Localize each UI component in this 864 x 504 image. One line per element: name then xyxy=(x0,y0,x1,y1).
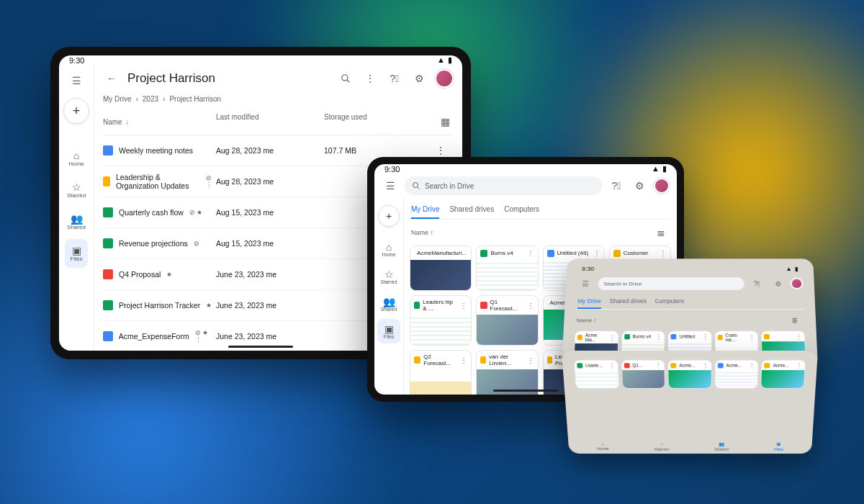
card-title: Custo me... xyxy=(725,333,746,342)
clock: 9:30 xyxy=(69,56,84,65)
rail-shared[interactable]: 👥Shared xyxy=(377,292,400,316)
tab-shared-drives[interactable]: Shared drives xyxy=(609,296,647,309)
card-more-icon[interactable]: ⋮ xyxy=(655,333,662,340)
file-card[interactable]: Q1 Forecast...⋮ xyxy=(476,295,538,346)
settings-icon[interactable]: ⚙ xyxy=(769,276,786,291)
card-more-icon[interactable]: ⋮ xyxy=(702,361,709,369)
rail-shared[interactable]: 👥Shared xyxy=(65,207,88,236)
settings-icon[interactable]: ⚙ xyxy=(410,70,428,87)
card-more-icon[interactable]: ⋮ xyxy=(460,302,467,310)
avatar[interactable] xyxy=(791,278,804,289)
nav-files[interactable]: ▣Files xyxy=(774,442,784,451)
nav-starred[interactable]: ☆Starred xyxy=(654,442,669,451)
breadcrumb[interactable]: My Drive› 2023› Project Harrison xyxy=(103,92,454,109)
slides-icon xyxy=(414,356,420,364)
help-icon[interactable]: ?⃝ xyxy=(608,177,625,194)
slides-icon xyxy=(480,356,486,364)
file-card[interactable]: Acme...⋮ xyxy=(714,360,759,389)
file-card[interactable]: AcmeManufacturi...⋮ xyxy=(410,246,472,291)
rail-home[interactable]: ⌂Home xyxy=(65,144,88,173)
tab-my-drive[interactable]: My Drive xyxy=(577,296,601,309)
menu-icon[interactable]: ☰ xyxy=(382,177,399,194)
rail-starred[interactable]: ☆Starred xyxy=(65,176,88,204)
card-title: Burns v4 xyxy=(633,334,651,339)
help-icon[interactable]: ?⃝ xyxy=(386,70,403,87)
rail-home[interactable]: ⌂Home xyxy=(377,237,400,261)
card-more-icon[interactable]: ⋮ xyxy=(608,334,616,341)
nav-shared[interactable]: 👥Shared xyxy=(714,442,729,451)
tab-my-drive[interactable]: My Drive xyxy=(411,202,439,219)
view-toggle-icon[interactable]: ▦ xyxy=(436,113,454,130)
col-name[interactable]: Name ↓ xyxy=(103,113,216,130)
avatar[interactable] xyxy=(654,178,670,194)
rail-files[interactable]: ▣Files xyxy=(65,239,88,268)
file-card[interactable]: Acme...⋮ xyxy=(667,360,711,389)
file-card[interactable]: van der Linden...⋮ xyxy=(476,350,538,395)
sheets-icon xyxy=(103,207,113,217)
help-icon[interactable]: ?⃝ xyxy=(749,276,766,291)
nav-home[interactable]: ⌂Home xyxy=(597,442,609,451)
new-button[interactable]: + xyxy=(63,98,89,124)
slides-icon xyxy=(764,334,770,339)
svg-line-3 xyxy=(418,187,420,189)
search-input[interactable]: Search in Drive xyxy=(598,277,744,290)
card-more-icon[interactable]: ⋮ xyxy=(608,361,615,369)
card-more-icon[interactable]: ⋮ xyxy=(527,249,534,257)
search-icon[interactable] xyxy=(337,70,354,87)
col-modified[interactable]: Last modified xyxy=(216,113,324,130)
card-more-icon[interactable]: ⋮ xyxy=(702,333,709,340)
rail-files[interactable]: ▣Files xyxy=(377,319,400,343)
card-more-icon[interactable]: ⋮ xyxy=(748,334,755,341)
avatar[interactable] xyxy=(435,69,454,88)
menu-icon[interactable]: ☰ xyxy=(65,69,88,92)
more-icon[interactable]: ⋮ xyxy=(361,70,379,87)
sort-label[interactable]: Name ↑ xyxy=(411,229,433,236)
card-more-icon[interactable]: ⋮ xyxy=(655,361,662,369)
people-icon: 👥 xyxy=(719,442,724,447)
file-name: Project Harrison Tracker xyxy=(119,301,200,310)
sort-arrow-icon: ↓ xyxy=(125,118,129,126)
file-card[interactable]: Leaders hip & ...⋮ xyxy=(410,295,472,346)
settings-icon[interactable]: ⚙ xyxy=(631,177,648,194)
card-title: Acme... xyxy=(679,363,695,367)
card-more-icon[interactable]: ⋮ xyxy=(469,249,472,257)
back-icon[interactable]: ← xyxy=(103,70,120,87)
modified-cell: June 23, 2023 me xyxy=(216,301,324,310)
file-card[interactable]: Acme...⋮ xyxy=(761,360,806,389)
card-more-icon[interactable]: ⋮ xyxy=(527,302,534,310)
file-card[interactable]: Burns v4⋮ xyxy=(476,246,538,291)
sheets-icon xyxy=(414,302,420,309)
sheets-icon xyxy=(624,334,630,339)
pdf-icon xyxy=(103,269,113,279)
file-name: Weekly meeting notes xyxy=(119,146,193,155)
modified-cell: June 23, 2023 me xyxy=(216,332,324,341)
home-indicator[interactable] xyxy=(228,346,293,348)
rail-starred[interactable]: ☆Starred xyxy=(377,264,400,289)
column-headers: Name ↓ Last modified Storage used ▦ xyxy=(103,109,454,135)
tab-computers[interactable]: Computers xyxy=(654,296,684,309)
search-input[interactable]: Search in Drive xyxy=(405,176,602,195)
card-more-icon[interactable]: ⋮ xyxy=(749,361,756,369)
col-storage[interactable]: Storage used xyxy=(324,113,432,130)
home-indicator[interactable] xyxy=(493,390,558,392)
card-more-icon[interactable]: ⋮ xyxy=(460,356,467,364)
card-title: van der Linden... xyxy=(489,354,523,366)
modified-cell: Aug 28, 2023 me xyxy=(216,146,324,155)
card-more-icon[interactable]: ⋮ xyxy=(795,333,802,340)
thumbnail xyxy=(410,315,471,345)
new-button[interactable]: + xyxy=(378,205,400,227)
file-card[interactable]: Leade...⋮ xyxy=(574,360,619,389)
menu-icon[interactable]: ☰ xyxy=(577,276,594,291)
file-card[interactable]: Q2 Forecast...⋮ xyxy=(410,350,472,395)
tab-shared-drives[interactable]: Shared drives xyxy=(449,202,494,219)
file-badges: ⊘ ⋮ xyxy=(206,174,216,189)
modified-cell: Aug 15, 2023 me xyxy=(216,208,324,217)
svg-point-0 xyxy=(342,75,348,81)
tab-computers[interactable]: Computers xyxy=(504,202,539,219)
view-toggle-icon[interactable]: ≣ xyxy=(786,312,803,328)
view-toggle-icon[interactable]: ≣ xyxy=(652,224,670,241)
card-more-icon[interactable]: ⋮ xyxy=(527,356,534,364)
file-card[interactable]: Q1...⋮ xyxy=(621,360,665,389)
card-more-icon[interactable]: ⋮ xyxy=(796,361,803,369)
sort-label[interactable]: Name ↑ xyxy=(577,317,596,323)
